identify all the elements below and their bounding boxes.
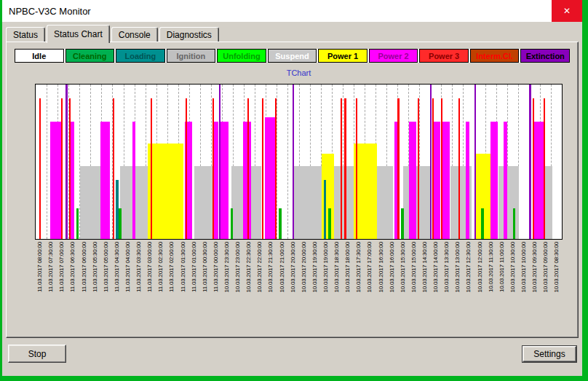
- x-axis-label: 10.03.2017 14:00:00: [433, 242, 440, 293]
- close-button[interactable]: ✕: [552, 0, 582, 22]
- legend-item-extinction: Extinction: [520, 49, 570, 63]
- bar-power2: [394, 122, 397, 239]
- x-axis-label-cell: 10.03.2017 22:00:00: [255, 242, 266, 331]
- x-axis-label: 10.03.2017 21:30:00: [268, 242, 274, 293]
- x-axis-label-cell: 10.03.2017 23:00:00: [233, 242, 244, 331]
- x-axis-label-cell: 11.03.2017 00:00:00: [211, 242, 222, 331]
- x-axis-label-cell: 10.03.2017 20:30:00: [288, 242, 299, 331]
- x-axis-label: 11.03.2017 01:00:00: [191, 242, 198, 292]
- bar-power2: [409, 122, 417, 239]
- bar-unfolding: [231, 208, 234, 239]
- x-axis-label-cell: 10.03.2017 13:00:00: [453, 242, 464, 331]
- bar-power3: [186, 98, 187, 239]
- tab-diagnostics[interactable]: Diagnostics: [159, 27, 219, 42]
- tab-console[interactable]: Console: [111, 27, 158, 42]
- bar-power2: [442, 122, 450, 239]
- x-axis-label: 10.03.2017 17:00:00: [367, 242, 373, 293]
- bar-power2: [100, 122, 110, 239]
- bar-unfolding: [481, 208, 484, 239]
- x-axis-label-cell: 11.03.2017 02:00:00: [167, 242, 178, 331]
- x-axis-label-cell: 10.03.2017 16:00:00: [387, 242, 398, 331]
- x-axis-label-cell: 11.03.2017 01:30:00: [178, 242, 188, 331]
- bar-ignition: [403, 166, 431, 239]
- x-axis-label: 11.03.2017 07:00:00: [59, 242, 65, 292]
- x-axis-label: 11.03.2017 04:00:00: [125, 242, 132, 292]
- tab-status-chart[interactable]: Status Chart: [47, 25, 110, 43]
- x-axis-label-cell: 10.03.2017 09:30:00: [530, 242, 541, 331]
- bar-loading: [116, 180, 119, 239]
- x-axis-label: 11.03.2017 03:00:00: [147, 242, 154, 292]
- bar-extinction: [474, 85, 477, 239]
- x-axis-label-cell: 10.03.2017 17:00:00: [365, 242, 376, 331]
- app-window: NPBC-V3C Monitor ✕ StatusStatus ChartCon…: [0, 0, 588, 381]
- bar-power3: [533, 98, 534, 239]
- legend-item-idle: Idle: [15, 49, 64, 63]
- titlebar: NPBC-V3C Monitor ✕: [2, 0, 582, 22]
- x-axis-label: 11.03.2017 03:30:00: [136, 242, 143, 292]
- x-axis-label: 11.03.2017 00:30:00: [202, 242, 209, 292]
- x-axis-label-cell: 11.03.2017 07:00:00: [57, 242, 68, 331]
- bar-power3: [458, 98, 460, 239]
- x-axis-labels: 11.03.2017 08:00:0011.03.2017 07:30:0011…: [35, 242, 563, 331]
- x-axis-label: 10.03.2017 12:00:00: [477, 242, 484, 293]
- x-axis-label-cell: 10.03.2017 12:30:00: [464, 242, 474, 331]
- stop-button[interactable]: Stop: [8, 345, 66, 363]
- bar-power3: [69, 98, 71, 239]
- x-axis-label: 11.03.2017 02:00:00: [169, 242, 175, 292]
- x-axis-label-cell: 10.03.2017 15:30:00: [398, 242, 409, 331]
- bar-unfolding: [513, 208, 516, 239]
- x-axis-label: 11.03.2017 08:00:00: [37, 242, 44, 292]
- bar-power3: [356, 98, 357, 239]
- x-axis-label: 10.03.2017 20:00:00: [301, 242, 308, 293]
- x-axis-label-cell: 11.03.2017 03:00:00: [145, 242, 156, 331]
- bar-power3: [262, 98, 263, 239]
- x-axis-label-cell: 11.03.2017 02:30:00: [156, 242, 167, 331]
- bar-power3: [397, 98, 399, 239]
- bar-ignition: [293, 166, 323, 239]
- window-title: NPBC-V3C Monitor: [2, 6, 91, 17]
- settings-button[interactable]: Settings: [523, 346, 576, 362]
- legend-item-unfolding: Unfolding: [217, 49, 266, 63]
- bar-power3: [212, 98, 214, 239]
- x-axis-label: 11.03.2017 04:30:00: [114, 242, 121, 292]
- x-axis-label-cell: 10.03.2017 18:00:00: [343, 242, 354, 331]
- bar-ignition: [333, 166, 354, 239]
- x-axis-label: 10.03.2017 11:00:00: [499, 242, 506, 292]
- x-axis-label: 10.03.2017 18:00:00: [345, 242, 351, 293]
- x-axis-label-cell: 10.03.2017 17:30:00: [354, 242, 365, 331]
- x-axis-label-cell: 10.03.2017 14:00:00: [431, 242, 442, 331]
- bar-power2: [220, 122, 229, 239]
- x-axis-label-cell: 10.03.2017 21:00:00: [277, 242, 287, 331]
- gridline: [287, 85, 288, 239]
- x-axis-label-cell: 10.03.2017 08:30:00: [552, 242, 563, 331]
- legend-item-interm_cl: Interm.Cl.: [470, 49, 520, 63]
- x-axis-label: 10.03.2017 15:00:00: [411, 242, 418, 293]
- x-axis-label: 10.03.2017 15:30:00: [400, 242, 407, 293]
- x-axis-label-cell: 11.03.2017 04:00:00: [123, 242, 134, 331]
- x-axis-label-cell: 11.03.2017 03:30:00: [134, 242, 145, 331]
- x-axis-label: 10.03.2017 23:00:00: [235, 242, 242, 293]
- x-axis-label: 10.03.2017 23:30:00: [224, 242, 231, 293]
- x-axis-label-cell: 11.03.2017 01:00:00: [189, 242, 200, 331]
- close-icon: ✕: [563, 6, 571, 16]
- x-axis-label-cell: 10.03.2017 21:30:00: [266, 242, 277, 331]
- x-axis-label-cell: 10.03.2017 12:00:00: [474, 242, 485, 331]
- bar-power3: [418, 98, 419, 239]
- x-axis-label: 10.03.2017 16:00:00: [389, 242, 396, 293]
- dialog-body: NPBC-V3C Monitor ✕ StatusStatus ChartCon…: [2, 0, 582, 376]
- bar-extinction: [219, 85, 221, 239]
- x-axis-label: 10.03.2017 11:30:00: [488, 242, 495, 292]
- bar-extinction: [65, 85, 68, 239]
- x-axis-label-cell: 10.03.2017 15:00:00: [409, 242, 420, 331]
- x-axis-label: 11.03.2017 05:30:00: [92, 242, 99, 292]
- tab-status[interactable]: Status: [6, 27, 45, 42]
- x-axis-label-cell: 11.03.2017 07:30:00: [46, 242, 57, 331]
- x-axis-label: 11.03.2017 02:30:00: [158, 242, 164, 292]
- x-axis-label-cell: 10.03.2017 20:00:00: [299, 242, 310, 331]
- x-axis-label: 11.03.2017 06:30:00: [70, 242, 76, 292]
- bar-unfolding: [328, 208, 331, 239]
- x-axis-label: 10.03.2017 10:00:00: [521, 242, 528, 293]
- x-axis-label: 10.03.2017 13:00:00: [455, 242, 461, 293]
- tab-page-status-chart: IdleCleaningLoadingIgnitionUnfoldingSusp…: [6, 42, 579, 338]
- legend: IdleCleaningLoadingIgnitionUnfoldingSusp…: [15, 49, 570, 63]
